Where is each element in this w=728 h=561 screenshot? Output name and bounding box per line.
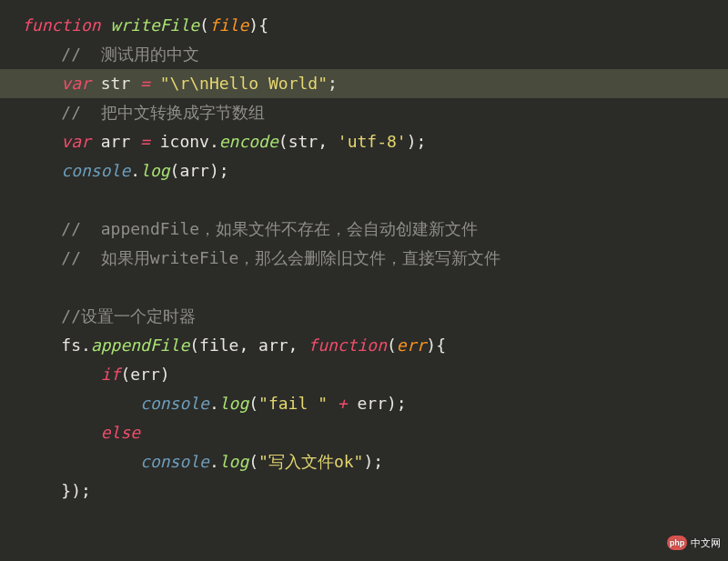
code-line[interactable]: var arr = iconv.encode(str, 'utf-8');	[0, 127, 728, 156]
token-cmt: //设置一个定时器	[61, 306, 196, 326]
token-obj: console	[140, 452, 209, 471]
indent	[22, 132, 61, 151]
token-ident: (	[387, 336, 397, 355]
token-cmt: // 如果用writeFile，那么会删除旧文件，直接写新文件	[61, 248, 500, 267]
indent	[22, 277, 61, 296]
code-line[interactable]: console.log(arr);	[0, 156, 728, 185]
indent	[22, 74, 61, 93]
code-line[interactable]: if(err)	[0, 360, 728, 389]
token-fn: log	[140, 161, 170, 180]
token-str: "\r\nHello World"	[160, 74, 328, 93]
code-line[interactable]: // 把中文转换成字节数组	[0, 98, 728, 127]
indent	[22, 452, 140, 471]
indent	[22, 219, 61, 238]
token-ident: iconv.	[150, 132, 219, 151]
code-line[interactable]: else	[0, 418, 728, 447]
code-line[interactable]	[0, 273, 728, 302]
watermark-logo: php	[667, 536, 687, 550]
indent	[22, 306, 61, 326]
token-cmt: // appendFile，如果文件不存在，会自动创建新文件	[61, 219, 478, 238]
indent	[22, 248, 61, 267]
token-str: 'utf-8'	[338, 132, 407, 151]
token-kw: if	[101, 365, 121, 384]
token-ident: arr	[91, 132, 140, 151]
code-line[interactable]: var str = "\r\nHello World";	[0, 69, 728, 98]
code-line[interactable]: console.log("写入文件ok");	[0, 447, 728, 476]
token-ident: );	[363, 452, 383, 471]
token-kw: =	[140, 74, 150, 93]
token-param: file	[209, 15, 248, 35]
token-str: "fail "	[258, 394, 328, 413]
token-ident	[101, 15, 111, 35]
token-ident	[328, 394, 338, 413]
token-kw: else	[101, 423, 140, 442]
code-line[interactable]: //设置一个定时器	[0, 302, 728, 331]
indent	[22, 103, 61, 122]
token-kw: =	[140, 132, 150, 151]
code-line[interactable]: // appendFile，如果文件不存在，会自动创建新文件	[0, 215, 728, 244]
token-ident: ){	[426, 336, 446, 355]
token-ident: (arr);	[170, 161, 229, 180]
indent	[22, 365, 101, 384]
indent	[22, 394, 140, 413]
token-ident: (	[199, 15, 209, 35]
token-ident: ;	[328, 74, 338, 93]
token-ident: (	[248, 452, 258, 471]
token-fn: encode	[219, 132, 278, 151]
indent	[22, 45, 61, 64]
token-ident	[150, 74, 160, 93]
token-fn: appendFile	[91, 336, 189, 355]
token-param: err	[397, 336, 427, 355]
code-line[interactable]: console.log("fail " + err);	[0, 389, 728, 418]
watermark-badge: php 中文网	[667, 528, 721, 557]
code-line[interactable]: fs.appendFile(file, arr, function(err){	[0, 331, 728, 360]
indent	[22, 481, 61, 500]
code-line[interactable]: // 如果用writeFile，那么会删除旧文件，直接写新文件	[0, 244, 728, 273]
indent	[22, 190, 61, 209]
code-line[interactable]: // 测试用的中文	[0, 40, 728, 69]
token-ident: str	[91, 74, 140, 93]
token-ident	[61, 190, 71, 209]
code-line[interactable]: function writeFile(file){	[0, 11, 728, 40]
token-kw: +	[338, 394, 348, 413]
token-ident: ){	[248, 15, 268, 35]
token-ident: err);	[348, 394, 407, 413]
token-ident	[61, 277, 71, 296]
token-str: "写入文件ok"	[258, 452, 363, 471]
token-obj: console	[140, 394, 209, 413]
token-ident: .	[130, 161, 140, 180]
token-ident: (str,	[278, 132, 338, 151]
token-ident: (	[248, 394, 258, 413]
token-ident: fs.	[61, 336, 91, 355]
indent	[22, 423, 101, 442]
watermark-text: 中文网	[691, 528, 721, 557]
indent	[22, 336, 61, 355]
token-cmt: // 把中文转换成字节数组	[61, 103, 264, 122]
token-kw: var	[61, 74, 91, 93]
token-fn: log	[219, 452, 249, 471]
token-kw: function	[308, 336, 387, 355]
token-fn: log	[219, 394, 249, 413]
token-ident: (err)	[120, 365, 169, 384]
token-ident: .	[209, 394, 219, 413]
token-cmt: // 测试用的中文	[61, 45, 198, 64]
token-ident: (file, arr,	[189, 336, 308, 355]
code-editor[interactable]: function writeFile(file){ // 测试用的中文 var …	[0, 0, 728, 506]
indent	[22, 161, 61, 180]
token-fn: writeFile	[111, 15, 200, 35]
token-obj: console	[61, 161, 130, 180]
code-line[interactable]	[0, 185, 728, 215]
token-ident: });	[61, 481, 91, 500]
token-ident: .	[209, 452, 219, 471]
token-kw: function	[22, 15, 101, 35]
token-ident: );	[407, 132, 427, 151]
code-line[interactable]: });	[0, 476, 728, 506]
token-kw: var	[61, 132, 91, 151]
